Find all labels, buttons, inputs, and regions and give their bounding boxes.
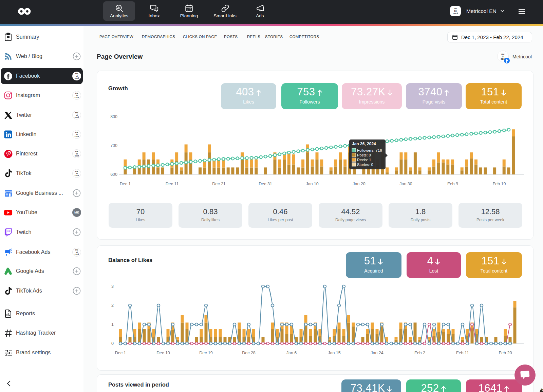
- svg-text:0: 0: [111, 341, 114, 346]
- svg-text:Feb 9: Feb 9: [447, 182, 458, 186]
- svg-text:Stories: 0: Stories: 0: [357, 163, 373, 167]
- svg-text:Followers: 716: Followers: 716: [357, 148, 382, 152]
- svg-text:Posts: 0: Posts: 0: [357, 153, 371, 157]
- svg-text:Jan 20: Jan 20: [353, 182, 366, 186]
- svg-text:Jan 24: Jan 24: [371, 351, 383, 355]
- svg-text:Feb 2: Feb 2: [414, 351, 425, 355]
- svg-text:Jan 26, 2024: Jan 26, 2024: [352, 142, 376, 146]
- svg-text:Dec 19: Dec 19: [199, 351, 213, 355]
- svg-text:800: 800: [110, 114, 117, 119]
- svg-text:1: 1: [111, 322, 114, 327]
- svg-text:Dec 21: Dec 21: [212, 182, 226, 186]
- svg-text:Jan 6: Jan 6: [286, 351, 297, 355]
- svg-text:700: 700: [110, 143, 117, 148]
- svg-text:3: 3: [111, 284, 114, 289]
- svg-text:Dec 1: Dec 1: [120, 182, 131, 186]
- svg-text:Jan 15: Jan 15: [328, 351, 341, 355]
- svg-text:Dec 11: Dec 11: [166, 182, 179, 186]
- svg-text:Feb 11: Feb 11: [456, 351, 469, 355]
- svg-text:Dec 10: Dec 10: [156, 351, 170, 355]
- svg-text:2: 2: [111, 303, 114, 308]
- svg-text:Jan 10: Jan 10: [306, 182, 319, 186]
- svg-text:Reels: 1: Reels: 1: [357, 158, 371, 162]
- svg-text:Jan 30: Jan 30: [399, 182, 412, 186]
- svg-text:Dec 1: Dec 1: [115, 351, 126, 355]
- svg-text:Feb 20: Feb 20: [499, 351, 512, 355]
- svg-text:Feb 19: Feb 19: [493, 182, 506, 186]
- svg-text:600: 600: [110, 172, 117, 177]
- svg-text:Dec 31: Dec 31: [259, 182, 272, 186]
- svg-text:Dec 28: Dec 28: [242, 351, 256, 355]
